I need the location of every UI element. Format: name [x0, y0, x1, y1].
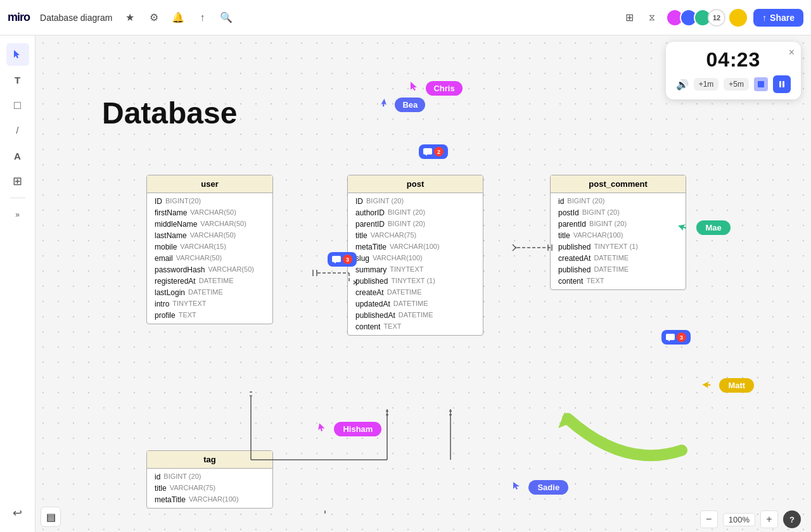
comment-badge-2[interactable]: 3 [328, 252, 357, 267]
svg-marker-35 [558, 412, 574, 428]
left-toolbar: T □ / A ⊞ » ↩ [0, 35, 35, 532]
table-row: titleVARCHAR(100) [551, 230, 686, 241]
table-row: IDBIGINT (20) [348, 196, 483, 207]
table-row: firstNameVARCHAR(50) [147, 207, 272, 218]
table-row: titleVARCHAR(75) [147, 483, 272, 494]
search-icon[interactable]: 🔍 [217, 9, 235, 27]
post-comment-table: post_comment idBIGINT (20) postIdBIGINT … [550, 175, 686, 290]
sticky-tool[interactable]: □ [6, 94, 29, 117]
table-row: contentTEXT [348, 321, 483, 332]
table-row: introTINYTEXT [147, 298, 272, 310]
badge-count-1: 2 [434, 147, 444, 156]
timer-sound-icon[interactable]: 🔊 [676, 79, 689, 91]
chat-icon [332, 256, 341, 263]
timer-add-1m[interactable]: +1m [694, 78, 719, 91]
svg-marker-31 [678, 221, 688, 231]
settings-icon[interactable]: ⚙ [145, 9, 163, 27]
cursor-arrow-matt [701, 377, 713, 390]
timer-stop-button[interactable] [754, 77, 768, 91]
undo-button[interactable]: ↩ [6, 502, 29, 524]
sidebar-toggle[interactable]: ▤ [41, 507, 61, 527]
comment-badge-3[interactable]: 3 [661, 330, 691, 345]
filter-icon[interactable]: ⧖ [643, 9, 661, 27]
star-icon[interactable]: ★ [121, 9, 139, 27]
share-button[interactable]: ↑ Share [753, 9, 803, 27]
select-tool[interactable] [6, 43, 29, 66]
frame-tool[interactable]: ⊞ [6, 170, 29, 193]
cursor-bea: Bea [381, 99, 425, 112]
timer-widget: × 04 : 23 🔊 +1m +5m [666, 42, 801, 99]
zoom-level: 100% [723, 513, 755, 526]
zoom-in-button[interactable]: + [760, 510, 778, 528]
svg-marker-32 [702, 379, 712, 389]
table-row: slugVARCHAR(100) [348, 253, 483, 264]
undo-area: ↩ [6, 502, 29, 524]
timer-add-5m[interactable]: +5m [724, 78, 749, 91]
svg-line-11 [513, 247, 516, 251]
avatar-count[interactable]: 12 [708, 9, 725, 27]
bell-icon[interactable]: 🔔 [169, 9, 187, 27]
diagram-title: Database diagram [40, 13, 112, 23]
cursor-icon [13, 49, 23, 60]
svg-marker-28 [668, 340, 670, 341]
grid-view-icon[interactable]: ⊞ [620, 9, 638, 27]
canvas[interactable]: Database user IDBIGINT(20) firstNameVARC… [35, 35, 811, 532]
table-row: IDBIGINT(20) [147, 196, 272, 207]
sticky-icon: □ [14, 99, 21, 112]
undo-icon: ↩ [13, 506, 22, 520]
sidebar-icon: ▤ [46, 511, 56, 523]
pen-tool[interactable]: / [6, 119, 29, 142]
cursor-hisham: Hisham [317, 423, 381, 436]
timer-minutes: 04 [706, 48, 730, 72]
user-table-body: IDBIGINT(20) firstNameVARCHAR(50) middle… [147, 193, 272, 324]
bottombar: ▤ − 100% + ? [35, 507, 811, 532]
table-row: publishedDATETIME [551, 264, 686, 276]
cursor-label-chris: Chris [426, 81, 462, 96]
comment-badge-1[interactable]: 2 [419, 144, 448, 159]
table-row: updatedAtDATETIME [348, 298, 483, 310]
table-row: metaTitleVARCHAR(100) [147, 494, 272, 505]
svg-line-10 [513, 244, 516, 248]
post-table: post IDBIGINT (20) authorIDBIGINT (20) p… [347, 175, 483, 336]
help-button[interactable]: ? [783, 510, 801, 528]
timer-colon: : [730, 48, 737, 72]
timer-pause-button[interactable] [773, 75, 791, 93]
svg-rect-27 [666, 334, 675, 340]
shape-tool[interactable]: A [6, 144, 29, 167]
timer-controls: 🔊 +1m +5m [676, 75, 791, 93]
svg-marker-34 [513, 482, 520, 490]
table-row: mobileVARCHAR(15) [147, 241, 272, 253]
table-row: summaryTINYTEXT [348, 264, 483, 276]
cursor-sadie: Sadie [512, 481, 568, 495]
table-row: postIdBIGINT (20) [551, 207, 686, 218]
table-row: idBIGINT (20) [551, 196, 686, 207]
more-icon: » [15, 210, 20, 219]
cursor-matt: Matt [703, 379, 754, 393]
table-row: parentIdBIGINT (20) [551, 218, 686, 230]
svg-rect-25 [332, 256, 341, 262]
more-tools[interactable]: » [6, 203, 29, 226]
zoom-out-button[interactable]: − [700, 510, 718, 528]
avatar-main[interactable] [728, 8, 748, 28]
tag-table: tag idBIGINT (20) titleVARCHAR(75) metaT… [146, 450, 273, 509]
post-comment-table-header: post_comment [551, 175, 686, 193]
text-tool[interactable]: T [6, 68, 29, 91]
timer-close-button[interactable]: × [789, 47, 795, 58]
badge-count-2: 3 [343, 255, 352, 264]
cursor-label-bea: Bea [395, 98, 425, 112]
upload-icon[interactable]: ↑ [193, 9, 211, 27]
svg-marker-30 [381, 99, 389, 108]
shape-icon: A [14, 151, 21, 162]
cursor-arrow-bea [379, 98, 390, 109]
post-comment-table-body: idBIGINT (20) postIdBIGINT (20) parentId… [551, 193, 686, 289]
cursor-arrow-sadie [512, 481, 521, 490]
svg-marker-33 [318, 423, 326, 432]
stop-icon [758, 81, 764, 87]
table-row: emailVARCHAR(50) [147, 253, 272, 264]
frame-icon: ⊞ [13, 174, 22, 188]
table-row: authorIDBIGINT (20) [348, 207, 483, 218]
cursor-arrow-mae [677, 220, 689, 232]
miro-logo: miro [8, 11, 30, 24]
table-row: parentIDBIGINT (20) [348, 218, 483, 230]
pause-icon [779, 81, 784, 87]
